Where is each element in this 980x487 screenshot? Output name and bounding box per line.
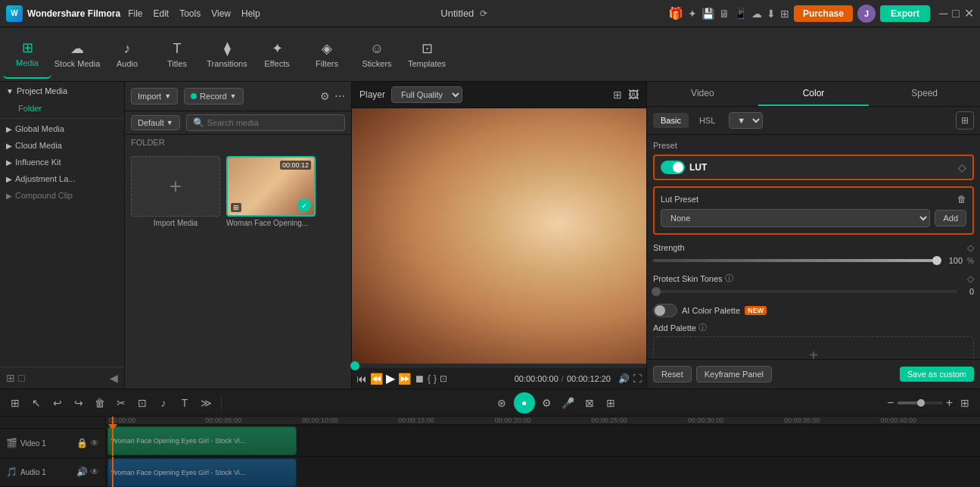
- zoom-slider[interactable]: [898, 401, 943, 404]
- quality-select[interactable]: Full Quality: [391, 86, 462, 103]
- sidebar-item-influence-kit[interactable]: ▶ Influence Kit: [0, 154, 124, 170]
- avatar[interactable]: J: [857, 5, 876, 23]
- image-view-icon[interactable]: 🖼: [628, 89, 639, 101]
- undo-icon[interactable]: ⊞: [6, 394, 24, 412]
- ai-toggle[interactable]: [653, 304, 677, 317]
- save-custom-button[interactable]: Save as custom: [900, 367, 974, 382]
- tab-color[interactable]: Color: [758, 82, 870, 106]
- prev-frame-icon[interactable]: ⏮: [356, 373, 367, 385]
- palette-add-area[interactable]: +: [653, 336, 974, 359]
- sub-tab-hsl[interactable]: HSL: [692, 113, 723, 128]
- lut-diamond-icon[interactable]: ◇: [958, 161, 966, 173]
- grid-view-icon[interactable]: ⊞: [613, 89, 622, 101]
- menu-file[interactable]: File: [128, 8, 142, 19]
- settings-icon[interactable]: ⚙: [538, 394, 556, 412]
- toggle-switch[interactable]: [661, 161, 685, 174]
- lut-select[interactable]: None: [661, 209, 930, 227]
- audio-clip[interactable]: Woman Face Opening Eyes Girl - Stock Vi.…: [107, 458, 297, 487]
- video-clip[interactable]: Woman Face Opening Eyes Girl - Stock Vi.…: [107, 426, 297, 455]
- media-clip-thumb[interactable]: 00:00:12 ⊞ ✓: [226, 156, 316, 217]
- delete-btn[interactable]: 🗑: [91, 394, 109, 412]
- export-button[interactable]: Export: [880, 5, 930, 22]
- toolbar-item-stickers[interactable]: ☺ Stickers: [353, 30, 401, 79]
- green-circle-btn[interactable]: ●: [514, 392, 535, 414]
- select-tool-icon[interactable]: ↖: [27, 394, 45, 412]
- protect-slider[interactable]: [653, 290, 957, 293]
- lut-toggle[interactable]: LUT: [661, 161, 707, 174]
- maximize-button[interactable]: □: [952, 7, 960, 20]
- protect-dot[interactable]: [652, 287, 661, 296]
- toolbar-item-effects[interactable]: ✦ Effects: [253, 30, 301, 79]
- reset-button[interactable]: Reset: [653, 366, 692, 382]
- toolbar-item-media[interactable]: ⊞ Media: [3, 30, 51, 79]
- tab-speed[interactable]: Speed: [869, 82, 980, 106]
- more-tools-btn[interactable]: ≫: [197, 394, 215, 412]
- media-clip-item[interactable]: 00:00:12 ⊞ ✓ Woman Face Opening...: [226, 156, 316, 227]
- zoom-in-icon[interactable]: +: [946, 396, 953, 410]
- strength-thumb[interactable]: [932, 256, 941, 265]
- palette-info-icon[interactable]: ⓘ: [698, 322, 707, 333]
- undo-btn[interactable]: ↩: [48, 394, 67, 412]
- playhead[interactable]: [112, 417, 114, 424]
- download-icon[interactable]: ⬇: [767, 8, 776, 20]
- split2-icon[interactable]: ⊠: [580, 394, 599, 412]
- search-input[interactable]: [207, 118, 338, 127]
- cloud-upload-icon[interactable]: ☁: [751, 8, 762, 20]
- sidebar-folder[interactable]: Folder: [0, 100, 124, 117]
- crop-btn[interactable]: ⊡: [133, 394, 151, 412]
- sub-tab-basic[interactable]: Basic: [653, 113, 689, 128]
- more-ctrl-icon[interactable]: ⊡: [440, 373, 447, 384]
- sidebar-item-compound[interactable]: ▶ Compound Clip: [0, 187, 124, 204]
- zoom-thumb[interactable]: [917, 399, 925, 407]
- split3-icon[interactable]: ⊞: [602, 394, 620, 412]
- menu-view[interactable]: View: [211, 8, 231, 19]
- grid-icon[interactable]: ⊞: [956, 394, 974, 412]
- audio-adj-btn[interactable]: ♪: [154, 394, 173, 412]
- fullscreen-icon[interactable]: ⛶: [633, 373, 642, 384]
- mark-out-icon[interactable]: }: [434, 373, 437, 384]
- text-btn[interactable]: T: [176, 394, 194, 412]
- track-mute-icon[interactable]: 🔊: [76, 467, 88, 477]
- filter-icon[interactable]: ⚙: [320, 90, 330, 102]
- frame-fwd-icon[interactable]: ⏩: [398, 373, 411, 385]
- toolbar-item-titles[interactable]: T Titles: [153, 30, 201, 79]
- import-media-item[interactable]: + Import Media: [131, 156, 220, 227]
- delete-lut-icon[interactable]: 🗑: [957, 194, 966, 204]
- sidebar-item-cloud-media[interactable]: ▶ Cloud Media: [0, 137, 124, 154]
- purchase-button[interactable]: Purchase: [794, 5, 853, 22]
- keyframe-panel-button[interactable]: Keyframe Panel: [696, 366, 772, 382]
- toolbar-item-stock-media[interactable]: ☁ Stock Media: [53, 30, 101, 79]
- more-icon[interactable]: ⋯: [334, 90, 345, 102]
- protect-diamond-icon[interactable]: ◇: [967, 273, 974, 284]
- timeline-handle[interactable]: [350, 361, 359, 370]
- default-button[interactable]: Default ▼: [131, 115, 180, 130]
- mark-in-icon[interactable]: {: [428, 373, 431, 384]
- color-picker-icon[interactable]: ⊞: [956, 111, 974, 130]
- split-btn[interactable]: ✂: [112, 394, 130, 412]
- close-button[interactable]: ✕: [964, 6, 974, 20]
- toolbar-item-templates[interactable]: ⊡ Templates: [403, 30, 451, 79]
- track-solo-icon[interactable]: 👁: [90, 467, 99, 477]
- sidebar-item-adjustment[interactable]: ▶ Adjustment La...: [0, 170, 124, 187]
- menu-edit[interactable]: Edit: [153, 8, 169, 19]
- play-icon[interactable]: ▶: [386, 371, 395, 386]
- collapse-sidebar-icon[interactable]: ◀: [110, 372, 118, 384]
- stop-icon[interactable]: ⏹: [414, 373, 425, 385]
- apps-icon[interactable]: ⊞: [780, 8, 789, 20]
- diamond-icon[interactable]: ◇: [967, 242, 974, 253]
- screen-icon[interactable]: 🖥: [719, 8, 730, 20]
- gift-icon[interactable]: 🎁: [668, 6, 683, 20]
- hsl-dropdown[interactable]: ▼: [729, 112, 763, 129]
- track-eye-icon[interactable]: 👁: [90, 438, 99, 448]
- toolbar-item-audio[interactable]: ♪ Audio: [103, 30, 151, 79]
- tab-video[interactable]: Video: [647, 82, 758, 106]
- save-icon[interactable]: 💾: [702, 8, 714, 20]
- sidebar-item-global-media[interactable]: ▶ Global Media: [0, 120, 124, 137]
- strength-slider[interactable]: [653, 259, 940, 262]
- volume-icon[interactable]: 🔊: [618, 373, 630, 384]
- track-lock-icon[interactable]: 🔒: [76, 438, 88, 448]
- info-icon[interactable]: ⓘ: [725, 273, 733, 284]
- import-button[interactable]: Import ▼: [131, 88, 178, 105]
- menu-help[interactable]: Help: [241, 8, 260, 19]
- add-lut-button[interactable]: Add: [935, 210, 966, 226]
